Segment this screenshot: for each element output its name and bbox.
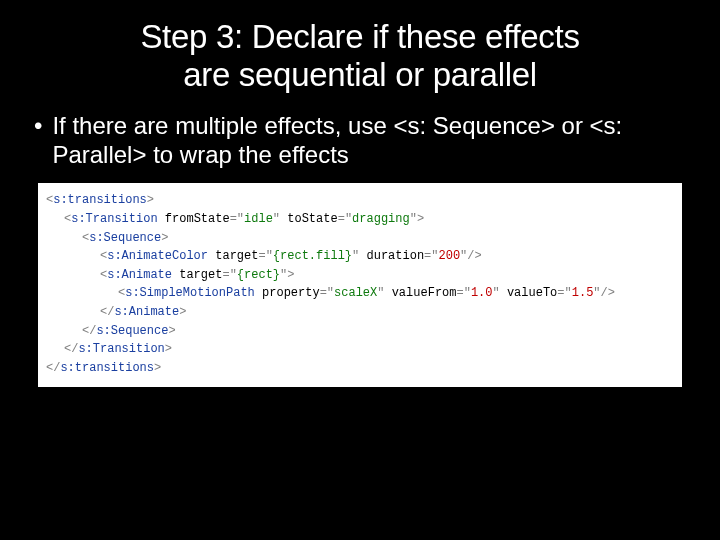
title-line-2: are sequential or parallel [0,56,720,94]
code-line: <s:SimpleMotionPath property="scaleX" va… [46,284,674,303]
code-line: </s:Sequence> [46,322,674,341]
bullet-dot: • [30,112,52,170]
code-line: </s:Animate> [46,303,674,322]
bullet-item: • If there are multiple effects, use <s:… [30,112,690,170]
code-line: <s:transitions> [46,191,674,210]
title-line-1: Step 3: Declare if these effects [0,18,720,56]
code-block: <s:transitions> <s:Transition fromState=… [38,183,682,387]
code-line: <s:Transition fromState="idle" toState="… [46,210,674,229]
code-line: <s:Sequence> [46,229,674,248]
slide-body: • If there are multiple effects, use <s:… [0,94,720,388]
code-line: <s:AnimateColor target="{rect.fill}" dur… [46,247,674,266]
slide-title: Step 3: Declare if these effects are seq… [0,0,720,94]
code-line: </s:transitions> [46,359,674,378]
slide: Step 3: Declare if these effects are seq… [0,0,720,540]
code-line: <s:Animate target="{rect}"> [46,266,674,285]
code-line: </s:Transition> [46,340,674,359]
bullet-text: If there are multiple effects, use <s: S… [52,112,690,170]
